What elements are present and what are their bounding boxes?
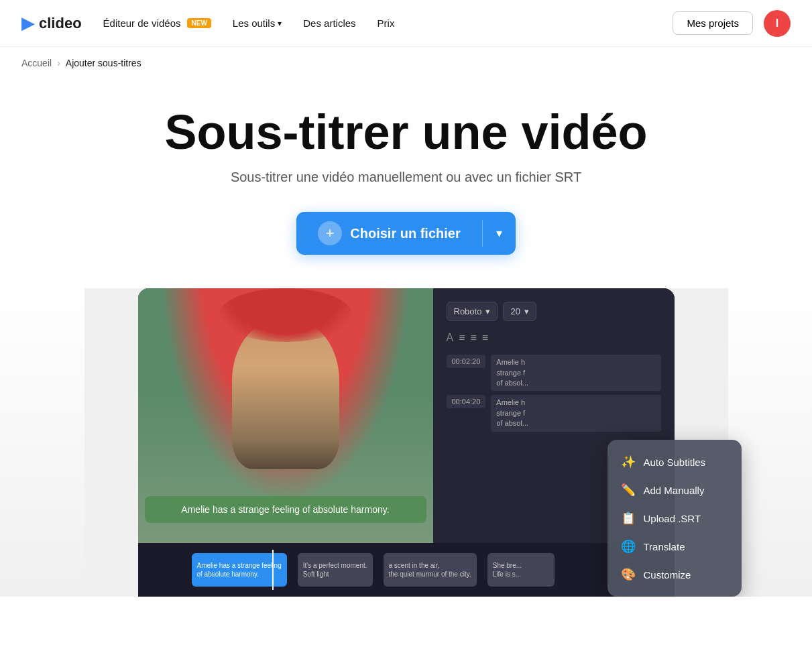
- hero-section: Sous-titrer une vidéo Sous-titrer une vi…: [0, 79, 812, 255]
- person-body: [232, 322, 339, 469]
- chevron-down-icon: ▾: [524, 306, 529, 316]
- demo-window: Amelie has a strange feeling of absolute…: [138, 288, 675, 597]
- nav-editor[interactable]: Éditeur de vidéos NEW: [103, 17, 211, 29]
- nav-tools[interactable]: Les outils ▾: [233, 17, 282, 29]
- page-subtitle: Sous-titrer une vidéo manuellement ou av…: [13, 170, 799, 185]
- mes-projets-button[interactable]: Mes projets: [673, 11, 753, 35]
- chevron-down-icon: ▾: [485, 306, 490, 316]
- logo-text: clideo: [39, 15, 82, 32]
- segment-text-2: It's a perfect moment.Soft light: [303, 561, 367, 579]
- new-badge: NEW: [187, 18, 211, 28]
- add-manually-icon: ✏️: [621, 483, 636, 497]
- upload-button[interactable]: + Choisir un fichier ▾: [296, 212, 515, 255]
- font-controls-row: Roboto ▾ 20 ▾: [447, 302, 661, 321]
- upload-button-label: Choisir un fichier: [350, 226, 460, 241]
- timeline-gap-2: [373, 553, 384, 587]
- time-badge-1[interactable]: 00:02:20: [447, 355, 486, 368]
- timeline-gap-1: [287, 553, 298, 587]
- breadcrumb-separator: ›: [57, 58, 60, 68]
- customize-icon: 🎨: [621, 567, 636, 582]
- subtitle-text-1: Amelie hstrange fof absol...: [491, 355, 660, 391]
- context-menu-translate[interactable]: 🌐 Translate: [607, 532, 742, 560]
- font-select[interactable]: Roboto ▾: [447, 302, 498, 321]
- context-menu-customize[interactable]: 🎨 Customize: [607, 560, 742, 589]
- subtitle-text-2: Amelie hstrange fof absol...: [491, 395, 660, 431]
- translate-label: Translate: [644, 541, 685, 552]
- nav-prix[interactable]: Prix: [378, 17, 395, 29]
- chevron-down-icon: ▾: [278, 19, 282, 28]
- breadcrumb-home[interactable]: Accueil: [21, 58, 52, 68]
- time-badge-2[interactable]: 00:04:20: [447, 395, 486, 408]
- umbrella-shape: [219, 288, 353, 342]
- customize-label: Customize: [644, 569, 691, 581]
- segment-text-3: a scent in the air,the quiet murmur of t…: [389, 561, 471, 579]
- upload-button-wrap: + Choisir un fichier ▾: [13, 212, 799, 255]
- logo-icon: ▶: [21, 14, 34, 33]
- translate-icon: 🌐: [621, 539, 636, 554]
- nav-right: Mes projets I: [673, 10, 791, 37]
- timeline-segment-3[interactable]: a scent in the air,the quiet murmur of t…: [384, 553, 477, 587]
- person-figure: [225, 335, 346, 509]
- logo[interactable]: ▶ clideo: [21, 14, 82, 33]
- context-menu-auto-subtitles[interactable]: ✨ Auto Subtitles: [607, 448, 742, 476]
- subtitle-text: Amelie has a strange feeling of absolute…: [181, 504, 389, 515]
- subtitle-item-1: 00:02:20 Amelie hstrange fof absol...: [447, 355, 661, 391]
- timeline-segment-2[interactable]: It's a perfect moment.Soft light: [298, 553, 373, 587]
- plus-icon: +: [318, 221, 342, 245]
- align-controls-row: A ≡ ≡ ≡: [447, 329, 661, 347]
- segment-text-1: Amelie has a strange feelingof absolute …: [197, 561, 282, 579]
- upload-srt-label: Upload .SRT: [644, 513, 701, 524]
- timeline-playhead: [272, 550, 274, 590]
- timeline: Amelie has a strange feelingof absolute …: [138, 543, 675, 597]
- upload-button-main: + Choisir un fichier: [296, 221, 481, 245]
- text-align-center-button[interactable]: ≡: [459, 332, 465, 344]
- context-menu: ✨ Auto Subtitles ✏️ Add Manually 📋 Uploa…: [607, 440, 742, 597]
- breadcrumb: Accueil › Ajouter sous-titres: [0, 47, 812, 79]
- nav-left: ▶ clideo Éditeur de vidéos NEW Les outil…: [21, 14, 394, 33]
- subtitle-overlay: Amelie has a strange feeling of absolute…: [145, 496, 426, 523]
- font-size-select[interactable]: 20 ▾: [503, 302, 536, 321]
- avatar[interactable]: I: [764, 10, 791, 37]
- context-menu-add-manually[interactable]: ✏️ Add Manually: [607, 476, 742, 504]
- nav-articles[interactable]: Des articles: [303, 17, 355, 29]
- chevron-down-icon[interactable]: ▾: [483, 226, 516, 241]
- timeline-segment-4[interactable]: She bre...Life is s...: [487, 553, 555, 587]
- page-title: Sous-titrer une vidéo: [13, 106, 799, 159]
- segment-text-4: She bre...Life is s...: [493, 561, 549, 579]
- timeline-track: Amelie has a strange feelingof absolute …: [192, 553, 621, 587]
- navbar: ▶ clideo Éditeur de vidéos NEW Les outil…: [0, 0, 812, 47]
- breadcrumb-current: Ajouter sous-titres: [66, 58, 141, 68]
- text-justify-button[interactable]: ≡: [482, 332, 488, 344]
- demo-inner: Amelie has a strange feeling of absolute…: [138, 288, 675, 543]
- timeline-gap-3: [477, 553, 487, 587]
- text-align-left-button[interactable]: A: [447, 332, 454, 344]
- auto-subtitles-icon: ✨: [621, 455, 636, 469]
- demo-wrap: Amelie has a strange feeling of absolute…: [84, 288, 728, 597]
- demo-video-panel: Amelie has a strange feeling of absolute…: [138, 288, 433, 543]
- add-manually-label: Add Manually: [644, 485, 705, 496]
- subtitle-item-2: 00:04:20 Amelie hstrange fof absol...: [447, 395, 661, 431]
- auto-subtitles-label: Auto Subtitles: [644, 457, 706, 468]
- context-menu-upload-srt[interactable]: 📋 Upload .SRT: [607, 504, 742, 532]
- upload-srt-icon: 📋: [621, 511, 636, 526]
- text-align-right-button[interactable]: ≡: [471, 332, 477, 344]
